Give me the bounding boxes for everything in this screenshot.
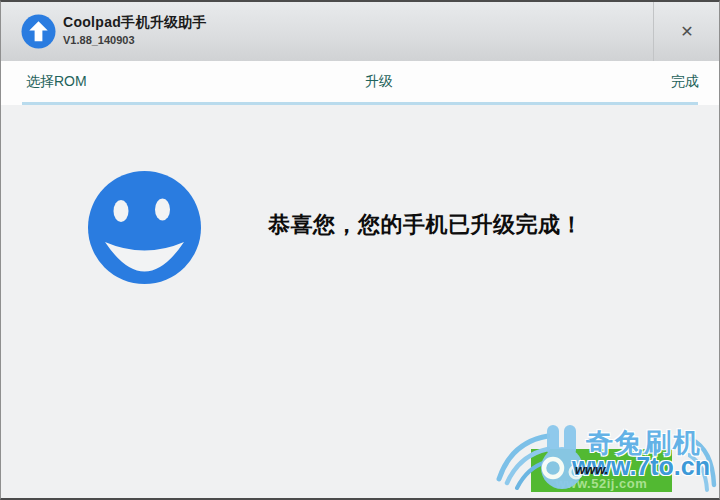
titlebar-divider [653,2,654,61]
tab-upgrade[interactable]: 升级 [365,73,393,91]
title-block: Coolpad手机升级助手 V1.88_140903 [63,13,207,46]
titlebar: Coolpad手机升级助手 V1.88_140903 ✕ [1,2,719,61]
app-window: Coolpad手机升级助手 V1.88_140903 ✕ 选择ROM 升级 完成… [0,0,720,500]
upgrade-complete-message: 恭喜您，您的手机已升级完成！ [268,210,583,240]
main-content: 恭喜您，您的手机已升级完成！ www.52ij.com [1,105,719,498]
upgrade-arrow-app-icon [21,14,56,49]
tab-select-rom[interactable]: 选择ROM [26,73,87,91]
tab-finish[interactable]: 完成 [671,73,699,91]
step-tabbar: 选择ROM 升级 完成 [1,61,719,105]
smiley-face-icon [88,171,201,284]
close-button[interactable]: ✕ [655,2,719,61]
close-icon: ✕ [680,22,693,41]
watermark-small-www: www. [575,462,608,477]
app-title: Coolpad手机升级助手 [63,13,207,31]
app-version: V1.88_140903 [63,34,207,46]
watermark: www.52ij.com [495,423,719,497]
